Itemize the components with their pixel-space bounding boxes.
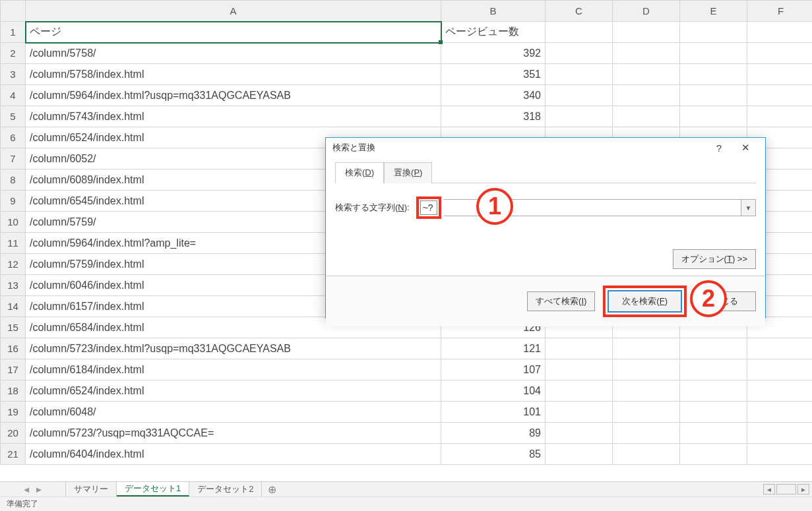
cell[interactable]	[680, 85, 747, 106]
row-header[interactable]: 16	[1, 338, 26, 359]
sheet-tab-dataset2[interactable]: データセット2	[189, 482, 262, 496]
cell[interactable]: /column/6184/index.html	[26, 359, 441, 380]
horizontal-scrollbar[interactable]: ◄ ►	[763, 483, 809, 495]
cell[interactable]	[546, 444, 613, 465]
row-header[interactable]: 21	[1, 444, 26, 465]
cell[interactable]	[546, 85, 613, 106]
cell[interactable]	[613, 85, 680, 106]
cell[interactable]: /column/5758/index.html	[26, 64, 441, 85]
cell[interactable]	[680, 444, 747, 465]
cell[interactable]	[546, 402, 613, 423]
cell[interactable]: 101	[441, 402, 546, 423]
cell[interactable]	[680, 359, 747, 380]
cell[interactable]: 318	[441, 106, 546, 127]
cell[interactable]	[747, 43, 813, 64]
cell[interactable]: ページ	[26, 22, 441, 43]
cell[interactable]	[747, 380, 813, 402]
cell[interactable]: 392	[441, 43, 546, 64]
cell[interactable]	[747, 338, 813, 359]
cell[interactable]	[680, 338, 747, 359]
col-header-F[interactable]: F	[747, 1, 813, 22]
sheet-tab-dataset1[interactable]: データセット1	[117, 482, 189, 496]
tab-replace[interactable]: 置換(P)	[384, 162, 432, 183]
cell[interactable]	[613, 423, 680, 444]
row-header[interactable]: 9	[1, 191, 26, 212]
cell[interactable]	[747, 64, 813, 85]
cell[interactable]: /column/6524/index.html	[26, 380, 441, 402]
cell[interactable]	[680, 402, 747, 423]
scroll-thumb[interactable]	[776, 484, 796, 495]
col-header-E[interactable]: E	[680, 1, 747, 22]
cell[interactable]	[613, 22, 680, 43]
cell[interactable]: /column/5964/index.html?usqp=mq331AQGCAE…	[26, 85, 441, 106]
cell[interactable]	[546, 64, 613, 85]
cell[interactable]: 85	[441, 444, 546, 465]
tab-find[interactable]: 検索(D)	[335, 162, 384, 183]
dialog-titlebar[interactable]: 検索と置換 ? ✕	[326, 138, 765, 158]
scroll-left-icon[interactable]: ◄	[763, 484, 775, 495]
cell[interactable]	[747, 85, 813, 106]
row-header[interactable]: 4	[1, 85, 26, 106]
dialog-close-button[interactable]: ✕	[732, 138, 759, 158]
cell[interactable]	[747, 444, 813, 465]
scroll-right-icon[interactable]: ►	[797, 484, 809, 495]
row-header[interactable]: 1	[1, 22, 26, 43]
cell[interactable]	[680, 380, 747, 402]
row-header[interactable]: 20	[1, 423, 26, 444]
cell[interactable]: /column/5743/index.html	[26, 106, 441, 127]
cell[interactable]: /column/5723/?usqp=mq331AQCCAE=	[26, 423, 441, 444]
col-header-A[interactable]: A	[26, 1, 441, 22]
cell[interactable]	[546, 43, 613, 64]
row-header[interactable]: 13	[1, 275, 26, 296]
cell[interactable]: 340	[441, 85, 546, 106]
cell[interactable]	[613, 359, 680, 380]
cell[interactable]	[613, 444, 680, 465]
search-input[interactable]	[420, 200, 437, 215]
col-header-C[interactable]: C	[546, 1, 613, 22]
row-header[interactable]: 12	[1, 254, 26, 275]
options-button[interactable]: オプション(T) >>	[673, 249, 756, 269]
row-header[interactable]: 6	[1, 127, 26, 148]
cell[interactable]: /column/5758/	[26, 43, 441, 64]
cell[interactable]	[613, 106, 680, 127]
cell[interactable]: 351	[441, 64, 546, 85]
cell[interactable]: /column/5723/index.html?usqp=mq331AQGCAE…	[26, 338, 441, 359]
add-sheet-button[interactable]: ⊕	[262, 482, 282, 496]
cell[interactable]	[613, 402, 680, 423]
cell[interactable]	[680, 64, 747, 85]
cell[interactable]: 107	[441, 359, 546, 380]
sheet-tab-summary[interactable]: サマリー	[66, 482, 117, 496]
row-header[interactable]: 18	[1, 380, 26, 402]
cell[interactable]	[546, 380, 613, 402]
cell[interactable]	[613, 64, 680, 85]
cell[interactable]	[680, 43, 747, 64]
row-header[interactable]: 8	[1, 169, 26, 191]
row-header[interactable]: 2	[1, 43, 26, 64]
find-next-button[interactable]: 次を検索(F)	[608, 290, 682, 313]
cell[interactable]	[680, 423, 747, 444]
cell[interactable]	[613, 380, 680, 402]
dialog-help-button[interactable]: ?	[706, 138, 732, 158]
find-all-button[interactable]: すべて検索(I)	[527, 291, 595, 311]
cell[interactable]	[747, 402, 813, 423]
row-header[interactable]: 10	[1, 212, 26, 233]
row-header[interactable]: 17	[1, 359, 26, 380]
tab-nav-arrows[interactable]: ◄ ►	[0, 482, 66, 496]
cell[interactable]: 121	[441, 338, 546, 359]
cell[interactable]	[613, 338, 680, 359]
row-header[interactable]: 5	[1, 106, 26, 127]
cell[interactable]	[613, 43, 680, 64]
row-header[interactable]: 19	[1, 402, 26, 423]
cell[interactable]	[747, 22, 813, 43]
cell[interactable]	[680, 22, 747, 43]
row-header[interactable]: 11	[1, 233, 26, 254]
cell[interactable]	[747, 423, 813, 444]
row-header[interactable]: 15	[1, 317, 26, 338]
col-header-D[interactable]: D	[613, 1, 680, 22]
cell[interactable]	[680, 106, 747, 127]
cell[interactable]	[747, 359, 813, 380]
cell[interactable]: 104	[441, 380, 546, 402]
row-header[interactable]: 14	[1, 296, 26, 317]
chevron-down-icon[interactable]: ▼	[741, 200, 755, 216]
cell[interactable]: ページビュー数	[441, 22, 546, 43]
